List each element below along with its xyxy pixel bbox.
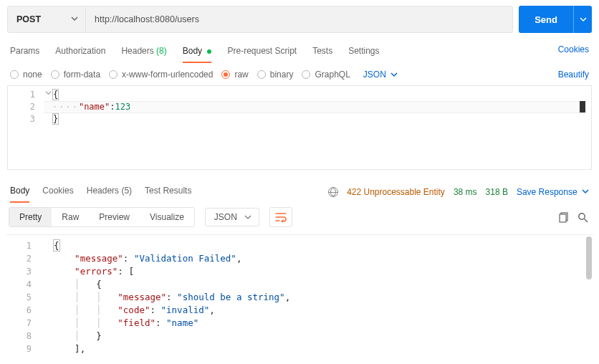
code-brace: { [53,239,60,252]
resp-tab-body[interactable]: Body [10,181,29,203]
send-button[interactable]: Send [519,6,592,33]
json-number: 123 [115,102,131,112]
response-status: 422 Unprocessable Entity [347,187,445,197]
request-body-editor[interactable]: 1 2 3 { ····"name":123 } [7,85,592,170]
wrap-icon [275,212,287,222]
editor-gutter: 1 2 3 [8,86,44,169]
json-key: "message" [75,253,123,264]
dot-icon [207,49,211,54]
cookies-link[interactable]: Cookies [558,44,589,60]
body-type-binary-label: binary [270,70,294,80]
wrap-lines-button[interactable] [269,207,292,227]
body-type-binary[interactable]: binary [257,70,294,80]
chevron-down-icon [71,15,78,24]
http-method-select[interactable]: POST [7,6,86,33]
copy-response-button[interactable] [556,209,572,225]
response-size: 318 B [486,187,508,197]
view-mode-segment: Pretty Raw Preview Visualize [9,207,195,227]
tab-headers[interactable]: Headers (8) [121,42,166,63]
body-type-graphql[interactable]: GraphQL [302,70,350,80]
beautify-link[interactable]: Beautify [558,70,589,80]
send-button-label: Send [519,14,573,25]
body-type-raw[interactable]: raw [221,70,248,80]
send-dropdown[interactable] [573,6,592,33]
body-type-formdata[interactable]: form-data [51,70,100,80]
body-type-none-label: none [23,70,42,80]
chevron-down-icon [244,214,251,221]
svg-rect-1 [560,214,566,222]
body-type-raw-label: raw [234,70,248,80]
body-type-xwww[interactable]: x-www-form-urlencoded [109,70,213,80]
resp-tab-headers-count: (5) [121,186,132,196]
tab-params[interactable]: Params [10,42,39,63]
save-response-label: Save Response [517,187,578,197]
json-string: "Validation Failed" [134,253,236,264]
chevron-down-icon [582,188,589,195]
json-colon: : [110,102,115,112]
view-pretty[interactable]: Pretty [9,208,52,226]
json-string: "invalid" [161,305,210,315]
tab-body[interactable]: Body [183,42,212,63]
resp-code[interactable]: { "message": "Validation Failed", "error… [42,235,593,355]
tab-body-label: Body [183,46,202,56]
tab-headers-label: Headers [121,46,153,56]
tab-tests[interactable]: Tests [312,42,332,63]
code-brace: { [52,89,59,100]
chevron-down-icon [390,71,398,78]
view-raw[interactable]: Raw [52,208,89,226]
search-response-button[interactable] [575,209,590,225]
http-method-label: POST [16,14,41,24]
view-visualize[interactable]: Visualize [140,208,194,226]
view-preview[interactable]: Preview [89,208,140,226]
request-url-input[interactable] [86,6,513,33]
resp-tab-headers[interactable]: Headers (5) [87,181,132,203]
json-key: "errors" [75,266,118,277]
indent-guides: ···· [52,102,79,112]
body-type-xwww-label: x-www-form-urlencoded [122,70,213,80]
resp-tab-testresults[interactable]: Test Results [145,181,191,203]
svg-line-3 [584,219,588,222]
json-string: "name" [166,317,198,328]
svg-point-2 [578,213,584,219]
tab-prerequest[interactable]: Pre-request Script [227,42,297,63]
body-type-formdata-label: form-data [64,70,100,80]
body-type-none[interactable]: none [10,70,42,80]
tab-settings[interactable]: Settings [348,42,379,63]
resp-tab-headers-label: Headers [87,186,119,196]
json-string: "should be a string" [177,292,285,302]
tab-authorization[interactable]: Authorization [55,42,105,63]
response-time: 38 ms [454,187,477,197]
raw-language-label: JSON [363,70,386,80]
save-response[interactable]: Save Response [517,187,589,197]
json-key: "code" [118,305,150,315]
globe-icon[interactable] [328,187,338,197]
resp-gutter: 1 2 3 4 5 6 7 8 9 [6,235,42,356]
resp-tab-cookies[interactable]: Cookies [42,181,73,203]
response-body-editor[interactable]: 1 2 3 4 5 6 7 8 9 { "message": "Validati… [6,234,593,356]
body-type-graphql-label: GraphQL [315,70,350,80]
json-key: "field" [118,317,155,328]
json-key: "name" [79,102,110,112]
tab-headers-count: (8) [156,46,167,56]
response-language-label: JSON [214,212,237,222]
raw-language-select[interactable]: JSON [363,70,398,80]
code-brace: } [52,113,59,125]
response-language-select[interactable]: JSON [205,208,259,226]
editor-code[interactable]: { ····"name":123 } [44,86,591,125]
json-key: "message" [118,292,166,302]
